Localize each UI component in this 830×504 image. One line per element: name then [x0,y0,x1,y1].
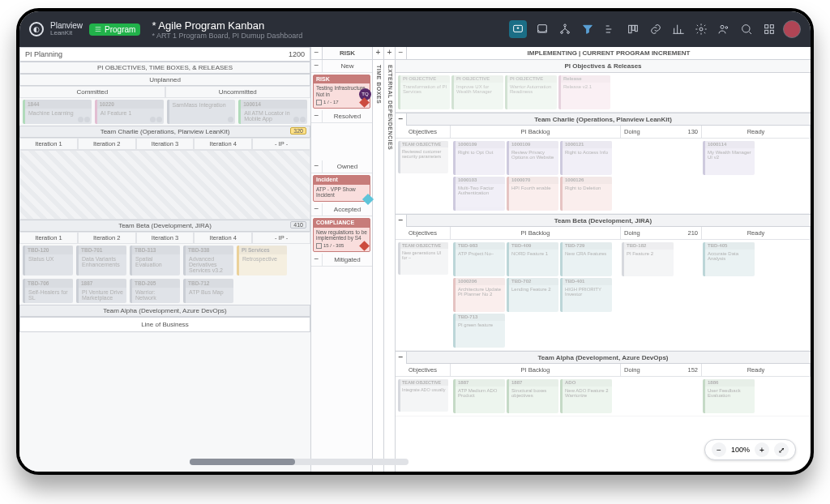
accepted-lane[interactable]: Accepted [323,203,372,216]
backlog-card[interactable]: 1000206Architecture Update PI Planner No… [453,278,505,312]
mitigated-lane[interactable]: Mitigated [323,254,372,266]
svg-point-7 [700,28,703,31]
beta-card[interactable]: TBD-338Advanced Derivatives Services v3.… [183,246,233,275]
release-card[interactable]: ReleaseRelease v2.1 [558,75,610,109]
program-card[interactable]: 1844Machine Learning [23,100,92,124]
board-add-button[interactable] [509,20,527,38]
risk-header: −RISK [311,47,372,60]
backlog-card[interactable]: 1000109Right to Opt Out [453,141,505,175]
charlie-iteration-cells[interactable] [19,150,310,220]
collapse-icon[interactable]: − [396,215,407,227]
users-icon[interactable] [715,20,733,38]
backlog-card[interactable]: 1000121Right to Access Info [560,141,612,175]
svg-point-8 [721,25,724,28]
pi-obj-cards: PI OBJECTIVETransformation of PI Service… [396,73,811,113]
backlog-card[interactable]: TBD-409NORD Feature 1 [507,242,558,276]
team-charlie-header[interactable]: Team Charlie (Operations, Planview LeanK… [19,126,310,138]
svg-rect-11 [765,25,768,28]
search-icon[interactable] [738,20,755,38]
team-beta-header[interactable]: Team Beta (Development, JIRA)410 [19,220,310,232]
doing-card[interactable]: TBD-182PI Feature 2 [622,242,674,276]
team-alpha-header[interactable]: Team Alpha (Development, Azure DevOps) [19,305,310,317]
pi-planning-header[interactable]: PI Planning1200 [19,47,310,62]
backlog-card[interactable]: 1000103Multi-Two Factor Authentication [453,177,505,211]
backlog-card[interactable]: TBD-729New CRA Features [560,242,612,276]
backlog-card[interactable]: TBD-983ATP Project No– [453,242,505,276]
expand-icon[interactable]: + [384,47,395,60]
backlog-card[interactable]: 1000126Right to Deletion [560,177,612,211]
backlog-card[interactable]: TBD-401HIGH PRIORITY Investor [560,278,612,312]
chart-icon[interactable] [670,20,687,38]
expand-icon[interactable]: + [373,47,383,60]
timeboxes-strip[interactable]: + TIME BOXES [373,47,384,472]
collapse-icon[interactable]: − [311,47,323,59]
incident-card[interactable]: Incident ATP - VPP Show Incident [313,175,370,202]
objective-card[interactable]: TEAM OBJECTIVEIntegrate ADO usually [398,379,448,412]
beta-card[interactable]: TBD-712ATP Bus Map [183,279,233,303]
hierarchy-icon[interactable] [556,20,574,38]
beta-card[interactable]: TBD-706Self-Healers for SL [23,279,73,303]
beta-card[interactable]: TBD-120Status UX [23,246,73,275]
pi-obj-card[interactable]: PI OBJECTIVEWarrior Automation Readiness [505,75,557,109]
implementing-panel: −IMPLEMENTING | CURRENT PROGRAM INCREMEN… [396,47,811,472]
grid-icon[interactable] [760,20,778,38]
title-block: * Agile Program Kanban * ART 1 Program B… [152,19,302,40]
objective-card[interactable]: TEAM OBJECTIVENew generations UI for – [398,242,448,275]
backlog-card[interactable]: 1000109Review Privacy Options on Website [507,141,558,175]
team-beta-hdr[interactable]: −Team Beta (Development, JIRA) [396,214,811,227]
avatar[interactable] [783,20,801,38]
backlog-card[interactable]: 1000070HPI Fourth enable [507,177,558,211]
beta-card[interactable]: TBD-701Data Variants Enhancements [76,246,126,275]
gantt-icon[interactable] [601,20,619,38]
program-card[interactable]: 10220AI Feature 1 [95,100,164,124]
pi-obj-card[interactable]: PI OBJECTIVETransformation of PI Service… [398,75,450,109]
backlog-card[interactable]: 1887Structural boxes objectives [507,379,558,413]
owned-lane[interactable]: Owned [323,160,372,173]
beta-card[interactable]: 1887PI Venture Drive Marketplace [76,279,126,303]
new-lane[interactable]: New [323,60,372,72]
external-deps-strip[interactable]: + EXTERNAL DEPENDENCIES [384,47,396,472]
resolved-lane[interactable]: Resolved [323,110,372,122]
ready-card[interactable]: 1886User Feedback Evaluation [703,379,755,413]
backlog-card[interactable]: ADONew ADO Feature 2 Warriorize [560,379,612,413]
program-card[interactable]: 100014All ATM Locator in Mobile App [238,100,307,124]
pi-obj-header[interactable]: PI Objectives & Releases [396,60,811,73]
program-chip[interactable]: Program [89,23,140,36]
objective-card[interactable]: TEAM OBJECTIVEReviewed customer security… [398,141,448,173]
risk-card[interactable]: RISK Testing Infrastructure Not in 1 / -… [313,75,370,109]
collapse-icon[interactable]: − [311,110,323,122]
beta-card[interactable]: TBD-205Warrior: Network [130,279,180,303]
collapse-icon[interactable]: − [396,47,407,59]
team-alpha-hdr[interactable]: −Team Alpha (Development, Azure DevOps) [396,351,811,364]
collapse-icon[interactable]: − [311,254,323,266]
backlog-card[interactable]: TBD-713PI green feature [453,314,505,348]
collapse-icon[interactable]: − [396,113,407,126]
funnel-icon[interactable] [579,20,597,38]
inbox-icon[interactable] [533,20,551,38]
board-icon[interactable] [624,20,642,38]
gear-icon[interactable] [692,20,710,38]
zoom-in-button[interactable]: + [755,442,769,457]
board-title: * Agile Program Kanban [152,19,302,32]
pi-obj-card[interactable]: PI OBJECTIVEImprove UX for Wealth Manage… [451,75,503,109]
collapse-icon[interactable]: − [311,60,323,72]
ready-card[interactable]: TBD-405Accurate Data Analysis [703,242,755,276]
ready-card[interactable]: 1000114My Wealth Manager UI v2 [703,141,755,175]
backlog-card[interactable]: 1887ATP Medium ADO Product [453,379,505,413]
horizontal-scrollbar[interactable] [190,459,409,465]
beta-card[interactable]: PI ServicesRetrospective [237,246,287,275]
team-charlie-hdr[interactable]: −Team Charlie (Operations, Planview Lean… [396,113,811,126]
beta-cards: TBD-120Status UX TBD-701Data Variants En… [19,244,310,305]
backlog-card[interactable]: TBD-702Lending Feature 2 [507,278,558,312]
collapse-icon[interactable]: − [311,203,323,216]
beta-card[interactable]: TBD-313Spatial Evaluation [130,246,180,275]
collapse-icon[interactable]: − [396,352,407,364]
compliance-card[interactable]: COMPLIANCE New regulations to be impleme… [313,218,370,252]
alpha-cards: TEAM OBJECTIVEIntegrate ADO usually 1887… [396,377,811,416]
link-icon[interactable] [647,20,665,38]
zoom-out-button[interactable]: − [712,442,726,457]
collapse-icon[interactable]: − [311,160,323,173]
fit-button[interactable]: ⤢ [774,442,789,457]
program-card[interactable]: SamMass Integration [167,100,236,124]
brand: PlanviewLeanKit [50,22,83,36]
